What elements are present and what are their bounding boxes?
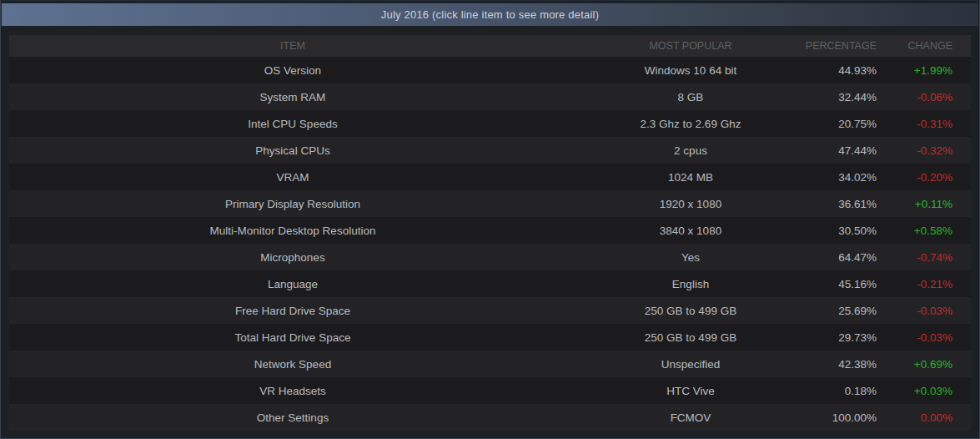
table-row[interactable]: VR HeadsetsHTC Vive0.18%+0.03% (9, 377, 971, 404)
most-popular-cell: Yes (576, 251, 805, 264)
survey-table: ITEM MOST POPULAR PERCENTAGE CHANGE OS V… (9, 35, 971, 431)
percentage-cell: 30.50% (805, 225, 877, 237)
percentage-cell: 42.38% (805, 358, 877, 371)
most-popular-cell: Windows 10 64 bit (576, 64, 805, 77)
item-cell: VRAM (9, 171, 576, 184)
change-cell: -0.32% (877, 144, 952, 157)
most-popular-cell: 3840 x 1080 (576, 225, 805, 237)
change-cell: +0.03% (877, 385, 952, 397)
item-cell: Network Speed (9, 358, 576, 371)
percentage-cell: 36.61% (805, 198, 877, 210)
percentage-cell: 29.73% (805, 331, 877, 344)
column-header-percentage: PERCENTAGE (805, 40, 877, 52)
change-cell: 0.00% (877, 411, 952, 424)
change-cell: +0.69% (877, 358, 952, 371)
column-header-most-popular: MOST POPULAR (576, 40, 805, 52)
table-row[interactable]: Physical CPUs2 cpus47.44%-0.32% (9, 137, 971, 164)
most-popular-cell: 1920 x 1080 (576, 198, 805, 210)
change-cell: -0.31% (877, 118, 952, 130)
change-cell: -0.03% (877, 305, 952, 317)
change-cell: -0.06% (877, 91, 952, 103)
most-popular-cell: 2.3 Ghz to 2.69 Ghz (576, 118, 805, 130)
percentage-cell: 25.69% (805, 305, 877, 317)
percentage-cell: 47.44% (805, 144, 877, 157)
table-row[interactable]: Multi-Monitor Desktop Resolution3840 x 1… (9, 217, 971, 244)
change-cell: -0.74% (877, 251, 952, 264)
change-cell: -0.20% (877, 171, 952, 184)
table-body: OS VersionWindows 10 64 bit44.93%+1.99%S… (9, 57, 971, 431)
survey-title: July 2016 (click line item to see more d… (381, 8, 599, 21)
change-cell: -0.21% (877, 278, 952, 290)
table-row[interactable]: LanguageEnglish45.16%-0.21% (9, 270, 971, 297)
percentage-cell: 44.93% (805, 64, 877, 77)
most-popular-cell: 1024 MB (576, 171, 805, 184)
table-row[interactable]: Primary Display Resolution1920 x 108036.… (9, 190, 971, 217)
item-cell: OS Version (9, 64, 576, 77)
table-row[interactable]: MicrophonesYes64.47%-0.74% (9, 244, 971, 270)
column-header-item: ITEM (9, 40, 576, 52)
item-cell: System RAM (9, 91, 576, 103)
most-popular-cell: Unspecified (576, 358, 805, 371)
item-cell: Microphones (9, 251, 576, 264)
change-cell: +0.58% (877, 225, 952, 237)
most-popular-cell: English (576, 278, 805, 290)
most-popular-cell: FCMOV (576, 411, 805, 424)
change-cell: -0.03% (877, 331, 952, 344)
change-cell: +0.11% (877, 198, 952, 210)
percentage-cell: 20.75% (805, 118, 877, 130)
table-row[interactable]: System RAM8 GB32.44%-0.06% (9, 83, 971, 110)
item-cell: VR Headsets (9, 385, 576, 397)
table-row[interactable]: Free Hard Drive Space250 GB to 499 GB25.… (9, 297, 971, 324)
percentage-cell: 34.02% (805, 171, 877, 184)
percentage-cell: 0.18% (805, 385, 877, 397)
most-popular-cell: 2 cpus (576, 144, 805, 157)
most-popular-cell: 8 GB (576, 91, 805, 103)
item-cell: Free Hard Drive Space (9, 305, 576, 317)
percentage-cell: 45.16% (805, 278, 877, 290)
table-row[interactable]: Other SettingsFCMOV100.00%0.00% (9, 404, 971, 431)
table-row[interactable]: Network SpeedUnspecified42.38%+0.69% (9, 351, 971, 377)
item-cell: Other Settings (9, 411, 576, 424)
steam-hardware-survey-page: July 2016 (click line item to see more d… (0, 0, 980, 439)
column-header-change: CHANGE (877, 40, 952, 52)
table-row[interactable]: OS VersionWindows 10 64 bit44.93%+1.99% (9, 57, 971, 83)
percentage-cell: 100.00% (805, 411, 877, 424)
survey-month-header: July 2016 (click line item to see more d… (2, 3, 978, 26)
table-row[interactable]: Total Hard Drive Space250 GB to 499 GB29… (9, 324, 971, 351)
table-row[interactable]: VRAM1024 MB34.02%-0.20% (9, 164, 971, 190)
item-cell: Intel CPU Speeds (9, 118, 576, 130)
table-row[interactable]: Intel CPU Speeds2.3 Ghz to 2.69 Ghz20.75… (9, 110, 971, 137)
most-popular-cell: 250 GB to 499 GB (576, 305, 805, 317)
percentage-cell: 64.47% (805, 251, 877, 264)
item-cell: Primary Display Resolution (9, 198, 576, 210)
change-cell: +1.99% (877, 64, 952, 77)
item-cell: Language (9, 278, 576, 290)
table-header-row: ITEM MOST POPULAR PERCENTAGE CHANGE (9, 35, 971, 57)
item-cell: Multi-Monitor Desktop Resolution (9, 225, 576, 237)
most-popular-cell: HTC Vive (576, 385, 805, 397)
most-popular-cell: 250 GB to 499 GB (576, 331, 805, 344)
item-cell: Total Hard Drive Space (9, 331, 576, 344)
percentage-cell: 32.44% (805, 91, 877, 103)
item-cell: Physical CPUs (9, 144, 576, 157)
